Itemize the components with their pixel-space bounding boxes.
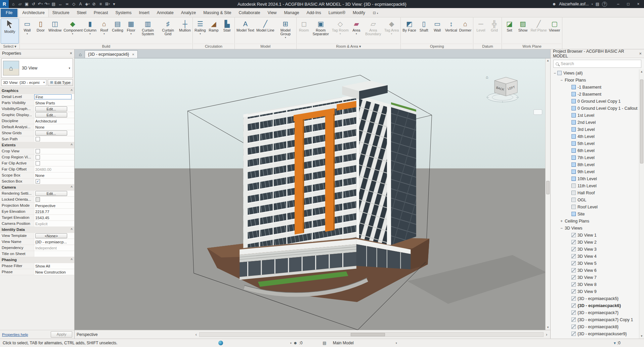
print-icon[interactable]: ▤ [50, 1, 57, 7]
tree-item[interactable]: {3D - ecpmiaecpack5} [551, 295, 639, 302]
tree-item[interactable]: OGL [551, 196, 639, 203]
vertical-opening-button[interactable]: ↕ Vertical [444, 18, 458, 44]
tree-item[interactable]: 3D View 6 [551, 267, 639, 274]
tree-item[interactable]: 10th Level [551, 175, 639, 182]
tree-item[interactable]: 3D View 4 [551, 253, 639, 260]
tree-item[interactable]: Roof Level [551, 203, 639, 210]
level-button[interactable]: ─ Level [474, 18, 487, 44]
tree-item[interactable]: 3D View 2 [551, 239, 639, 246]
property-value[interactable]: Show All [34, 263, 73, 269]
tree-item[interactable]: − Views (all) [551, 69, 639, 77]
editing-requests-icon[interactable]: ☻ [293, 341, 298, 345]
tab-annotate[interactable]: Annotate [153, 9, 177, 17]
property-value[interactable]: Perspective [34, 203, 73, 208]
apply-button[interactable]: Apply [51, 331, 72, 338]
tree-item[interactable]: {3D - ecpmiaecpackuser9} [551, 330, 639, 337]
section-collapse-icon[interactable]: ^ [71, 143, 74, 147]
tree-item[interactable]: − Floor Plans [551, 77, 639, 84]
tab-systems[interactable]: Systems [112, 9, 135, 17]
area-button[interactable]: ▰ Area ▾ [350, 18, 363, 44]
mullion-button[interactable]: ┼ Mullion [178, 18, 192, 44]
property-value[interactable]: Show Parts [34, 100, 73, 106]
panel-label-opening[interactable]: Opening [401, 44, 472, 49]
property-value[interactable]: None [34, 125, 73, 130]
revit-logo-icon[interactable]: R [0, 0, 9, 8]
view-tab-close-icon[interactable]: × [132, 52, 134, 56]
dormer-button[interactable]: ⌂ Dormer [458, 18, 473, 44]
tag-area-button[interactable]: ◆ Tag Area ▾ [383, 18, 400, 44]
text-icon[interactable]: A [77, 1, 84, 7]
section-collapse-icon[interactable]: ^ [71, 89, 74, 93]
tree-item[interactable]: 6th Level [551, 147, 639, 154]
app-store-icon[interactable]: ▤ [596, 2, 599, 6]
measure-icon[interactable]: ↔ [57, 1, 64, 7]
tree-item[interactable]: {3D - ecpmiaecpack7} Copy 1 [551, 316, 639, 323]
tree-item[interactable]: 3rd Level [551, 126, 639, 133]
maximize-button[interactable]: □ [623, 0, 633, 8]
tree-item[interactable]: {3D - ecpmiaecpack6} [551, 302, 639, 309]
ref-plane-button[interactable]: ╱ Ref Plane [529, 18, 548, 44]
window-button[interactable]: ◫ Window [47, 18, 62, 44]
roof-button[interactable]: ⌂ Roof ▾ [97, 18, 111, 44]
tree-item[interactable]: 11th Level [551, 182, 639, 189]
panel-label-select[interactable]: Select ▾ [1, 44, 19, 49]
tab-insert[interactable]: Insert [135, 9, 153, 17]
view-tab[interactable]: {3D - ecpmiaecpack6} × [85, 50, 138, 58]
3d-viewport-canvas[interactable]: BACK LEFT ⌂ ▲ ▼ [75, 58, 550, 330]
model-text-button[interactable]: A Model Text [235, 18, 255, 44]
switch-windows-icon[interactable]: ⊞▾ [104, 1, 111, 7]
customize-qat-icon[interactable]: ▾ [111, 1, 118, 7]
property-value[interactable]: Fine [34, 94, 72, 99]
communicator-icon[interactable] [218, 341, 223, 345]
tree-item[interactable]: 3D View 3 [551, 246, 639, 253]
properties-close-icon[interactable]: × [70, 51, 72, 56]
model-line-button[interactable]: ╱ Model Line [255, 18, 275, 44]
scroll-up-icon[interactable]: ▲ [640, 69, 643, 74]
room-button[interactable]: ◻ Room [297, 18, 311, 44]
tab-file[interactable]: File [1, 9, 17, 17]
viewport-vertical-scrollbar[interactable]: ▲ ▼ [545, 58, 550, 330]
search-input[interactable] [561, 61, 639, 66]
section-collapse-icon[interactable]: ^ [71, 228, 74, 232]
edit-type-button[interactable]: ⊞ Edit Type [48, 79, 73, 86]
panel-label-circulation[interactable]: Circulation [194, 44, 234, 49]
vcb-collapse-icon[interactable]: ‹ [194, 332, 199, 337]
tab-massing-site[interactable]: Massing & Site [200, 9, 235, 17]
property-value[interactable]: None [34, 173, 73, 178]
door-button[interactable]: ▯ Door [34, 18, 47, 44]
tree-item[interactable]: 3D View 5 [551, 260, 639, 267]
tab-manage[interactable]: Manage [280, 9, 303, 17]
viewport-horizontal-scrollbar[interactable] [199, 332, 544, 337]
tree-expander-icon[interactable]: + [559, 219, 564, 224]
tree-item[interactable]: {3D - ecpmiaecpack8} [551, 323, 639, 330]
property-value[interactable]: Edit... [35, 112, 67, 117]
view-scale[interactable]: Perspective [77, 332, 98, 337]
scrollbar-thumb[interactable] [640, 80, 643, 163]
property-value[interactable] [36, 137, 40, 141]
worksets-dropdown-icon[interactable]: ▾ [290, 342, 292, 345]
tree-item[interactable]: 5th Level [551, 140, 639, 147]
panel-label-work-plane[interactable]: Work Plane [503, 44, 561, 49]
redo-icon[interactable]: ↷▾ [44, 1, 50, 7]
design-option-dropdown-icon[interactable]: ▾ [396, 342, 397, 345]
by-face-button[interactable]: ◩ By Face [401, 18, 417, 44]
project-browser-close-icon[interactable]: × [639, 51, 642, 56]
tree-expander-icon[interactable]: − [559, 226, 564, 231]
sync-icon[interactable]: ↺ [30, 1, 37, 7]
scroll-down-icon[interactable]: ▼ [547, 325, 549, 330]
type-selector[interactable]: ⌂ 3D View ▾ [1, 58, 73, 78]
scroll-down-icon[interactable]: ▼ [640, 334, 643, 339]
signed-in-user[interactable]: Alazarhaile.asf... [559, 2, 589, 6]
panel-label-build[interactable]: Build [20, 44, 192, 49]
floor-button[interactable]: ▦ Floor ▾ [124, 18, 138, 44]
wall-button[interactable]: ▭ Wall ▾ [20, 18, 34, 44]
home-icon[interactable]: ⌂ [10, 1, 17, 7]
property-value[interactable] [36, 149, 40, 153]
tree-item[interactable]: 0 Ground Level Copy 1 [551, 98, 639, 105]
scrollbar-thumb[interactable] [546, 181, 550, 194]
tab-precast[interactable]: Precast [90, 9, 112, 17]
tree-item[interactable]: 4th Level [551, 133, 639, 140]
type-selector-chevron-icon[interactable]: ▾ [68, 66, 71, 70]
tree-item[interactable]: -1 Basement [551, 84, 639, 91]
tag-icon[interactable]: ◇ [71, 1, 77, 7]
